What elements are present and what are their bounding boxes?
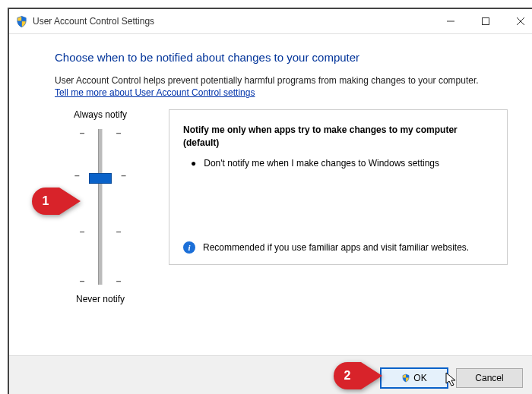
minimize-button[interactable]: [433, 9, 468, 33]
bullet-icon: ●: [191, 157, 196, 170]
cancel-label: Cancel: [475, 373, 503, 383]
page-heading: Choose when to be notified about changes…: [55, 51, 508, 64]
description-title: Notify me only when apps try to make cha…: [183, 124, 493, 150]
annotation-callout-2: 2: [334, 362, 382, 389]
bullet-text: Don't notify me when I make changes to W…: [204, 157, 439, 170]
description-box: Notify me only when apps try to make cha…: [169, 109, 508, 265]
window-title: User Account Control Settings: [33, 16, 154, 27]
recommendation-row: i Recommended if you use familiar apps a…: [183, 241, 493, 254]
description-bullet: ● Don't notify me when I make changes to…: [183, 157, 493, 170]
titlebar: User Account Control Settings: [9, 9, 532, 34]
cancel-button[interactable]: Cancel: [456, 368, 523, 388]
shield-icon: [401, 374, 410, 383]
intro-line: User Account Control helps prevent poten…: [55, 75, 479, 86]
recommendation-text: Recommended if you use familiar apps and…: [203, 241, 469, 254]
close-button[interactable]: [503, 9, 532, 33]
slider-label-top: Always notify: [74, 109, 127, 120]
callout-number: 2: [334, 362, 361, 389]
cursor-icon: [445, 372, 458, 391]
slider-thumb[interactable]: [89, 173, 112, 184]
content-area: Choose when to be notified about changes…: [9, 34, 532, 355]
annotation-callout-1: 1: [32, 188, 81, 215]
maximize-button[interactable]: [468, 9, 503, 33]
ok-button[interactable]: OK: [380, 367, 448, 389]
intro-text: User Account Control helps prevent poten…: [55, 74, 508, 99]
footer: 2 OK Cancel: [9, 355, 532, 394]
shield-icon: [15, 15, 28, 28]
uac-settings-window: User Account Control Settings Choose whe…: [9, 9, 532, 394]
learn-more-link[interactable]: Tell me more about User Account Control …: [55, 87, 255, 98]
callout-number: 1: [32, 188, 59, 215]
ok-label: OK: [413, 373, 426, 383]
slider-track[interactable]: –– –– ––: [78, 129, 123, 285]
info-icon: i: [183, 241, 195, 254]
svg-rect-1: [483, 18, 489, 25]
slider-label-bottom: Never notify: [76, 294, 125, 304]
